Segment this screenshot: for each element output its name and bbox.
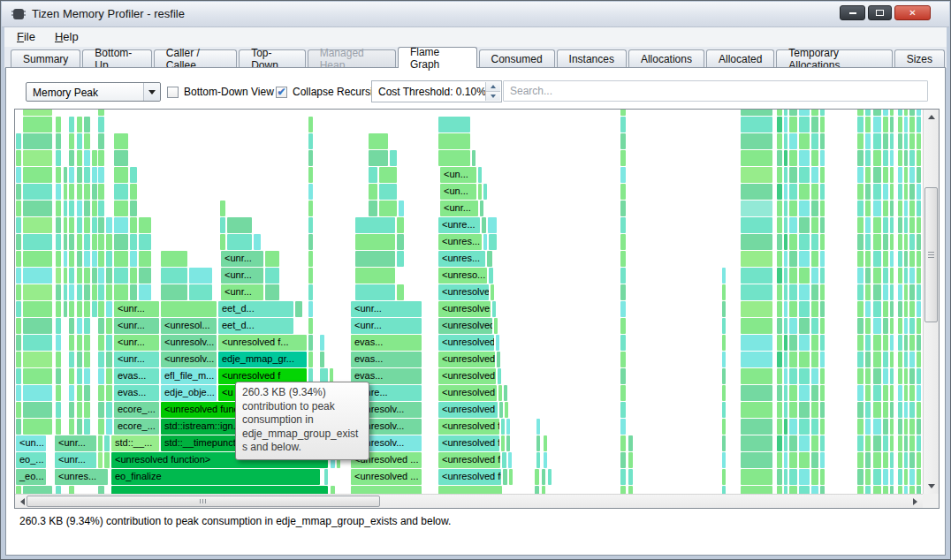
- flame-block[interactable]: [890, 150, 894, 166]
- flame-block[interactable]: [23, 268, 52, 284]
- flame-block[interactable]: [92, 251, 97, 267]
- flame-block[interactable]: [227, 234, 252, 250]
- flame-block[interactable]: [438, 150, 470, 166]
- flame-block[interactable]: [620, 268, 626, 284]
- flame-block[interactable]: [777, 217, 782, 233]
- flame-block[interactable]: [883, 419, 888, 435]
- flame-block[interactable]: [487, 251, 492, 267]
- horizontal-scrollbar-thumb[interactable]: [27, 496, 380, 507]
- checkbox-box[interactable]: [167, 87, 179, 98]
- flame-block[interactable]: [890, 318, 894, 334]
- flame-block[interactable]: [741, 469, 772, 485]
- flame-block[interactable]: [909, 419, 915, 435]
- flame-block[interactable]: [620, 110, 626, 116]
- flame-block[interactable]: [873, 352, 881, 367]
- flame-block[interactable]: [620, 335, 626, 351]
- flame-block[interactable]: [909, 368, 915, 384]
- flame-block[interactable]: [84, 234, 90, 250]
- flame-block[interactable]: [820, 486, 825, 494]
- flame-block[interactable]: [23, 352, 52, 367]
- flame-block[interactable]: [104, 452, 110, 468]
- flame-block[interactable]: [16, 167, 21, 183]
- flame-block[interactable]: [536, 452, 540, 468]
- flame-block[interactable]: [69, 486, 74, 494]
- flame-block[interactable]: [909, 335, 915, 351]
- flame-block[interactable]: [857, 110, 864, 116]
- flame-block[interactable]: [56, 419, 61, 435]
- flame-block[interactable]: [98, 268, 104, 284]
- flame-block[interactable]: ecore_...: [114, 402, 159, 418]
- flame-block[interactable]: [873, 234, 881, 250]
- flame-block[interactable]: [890, 335, 894, 351]
- flame-block[interactable]: <unresolved ...: [438, 335, 494, 351]
- flame-block[interactable]: [811, 385, 818, 401]
- flame-block[interactable]: [620, 469, 626, 485]
- flame-block[interactable]: [741, 167, 772, 183]
- flame-block[interactable]: [909, 150, 915, 166]
- flame-block[interactable]: [491, 284, 494, 300]
- flame-block[interactable]: [16, 201, 21, 216]
- flame-block[interactable]: [784, 167, 787, 183]
- flame-block[interactable]: [811, 251, 818, 267]
- flame-block[interactable]: [64, 201, 67, 216]
- flame-block[interactable]: [865, 469, 871, 485]
- flame-block[interactable]: <unresolved...: [438, 318, 492, 334]
- flame-block[interactable]: [482, 217, 486, 233]
- flame-block[interactable]: [904, 117, 908, 132]
- flame-block[interactable]: [799, 234, 810, 250]
- flame-block[interactable]: [106, 335, 112, 351]
- flame-block[interactable]: [77, 284, 82, 300]
- flame-block[interactable]: [77, 150, 82, 166]
- flame-block[interactable]: [789, 419, 797, 435]
- flame-block[interactable]: [741, 133, 772, 149]
- flame-block[interactable]: [84, 385, 90, 401]
- flame-block[interactable]: [77, 318, 82, 334]
- flame-block[interactable]: [811, 419, 818, 435]
- flame-block[interactable]: [898, 419, 902, 435]
- flame-block[interactable]: [909, 184, 915, 200]
- flame-block[interactable]: [789, 318, 797, 334]
- flame-block[interactable]: [898, 284, 902, 300]
- flame-block[interactable]: [355, 284, 395, 300]
- flame-block[interactable]: [56, 486, 61, 494]
- flame-block[interactable]: [106, 368, 112, 384]
- flame-block[interactable]: [917, 217, 921, 233]
- flame-block[interactable]: [397, 284, 404, 300]
- flame-block[interactable]: [777, 234, 782, 250]
- flame-block[interactable]: [811, 486, 818, 494]
- flame-block[interactable]: [104, 435, 110, 451]
- flame-block[interactable]: [777, 184, 782, 200]
- flame-block[interactable]: [628, 452, 633, 468]
- flame-block[interactable]: [873, 368, 881, 384]
- flame-block[interactable]: <unr...: [114, 352, 159, 367]
- flame-block[interactable]: [369, 167, 377, 183]
- flame-block[interactable]: [865, 133, 871, 149]
- flame-block[interactable]: [777, 352, 782, 367]
- flame-block[interactable]: [909, 201, 915, 216]
- flame-block[interactable]: [857, 234, 864, 250]
- flame-block[interactable]: [106, 419, 112, 435]
- flame-block[interactable]: eet_d...: [218, 318, 293, 334]
- flame-block[interactable]: [620, 318, 626, 334]
- flame-block[interactable]: [865, 167, 871, 183]
- tab-allocated[interactable]: Allocated: [706, 49, 774, 68]
- flame-block[interactable]: [917, 335, 921, 351]
- flame-block[interactable]: [489, 234, 497, 250]
- flame-block[interactable]: [722, 486, 726, 494]
- flame-block[interactable]: [777, 419, 782, 435]
- flame-block[interactable]: [820, 435, 825, 451]
- flame-block[interactable]: [873, 318, 881, 334]
- flame-block[interactable]: [904, 318, 908, 334]
- flame-block[interactable]: [898, 335, 902, 351]
- flame-block[interactable]: [114, 184, 128, 200]
- flame-block[interactable]: [16, 150, 21, 166]
- flame-block[interactable]: [777, 435, 782, 451]
- flame-block[interactable]: [438, 486, 502, 494]
- flame-block[interactable]: efl_file_m...: [161, 368, 217, 384]
- flame-block[interactable]: <unr...: [55, 435, 96, 451]
- flame-block[interactable]: [857, 368, 864, 384]
- flame-block[interactable]: [865, 217, 871, 233]
- flame-block[interactable]: [909, 486, 915, 494]
- flame-block[interactable]: <unresolved f...: [438, 385, 497, 401]
- combo-dropdown-button[interactable]: [143, 83, 160, 101]
